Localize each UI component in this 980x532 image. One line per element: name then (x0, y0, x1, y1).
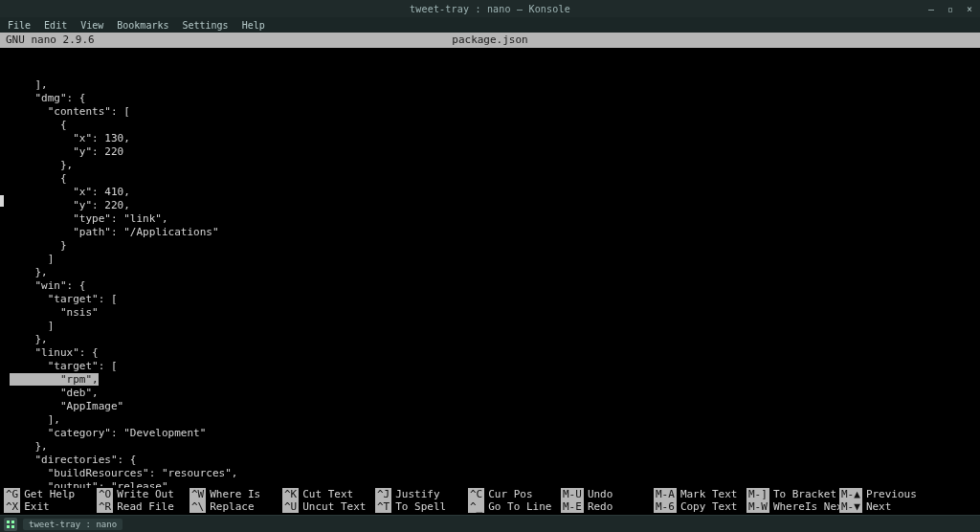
svg-rect-1 (11, 521, 14, 523)
menubar: File Edit View Bookmarks Settings Help (0, 17, 980, 33)
shortcut-label: Write Out (117, 488, 174, 500)
window-close-button[interactable]: × (965, 4, 974, 14)
editor-line: "directories": { (10, 454, 970, 467)
menu-bookmarks[interactable]: Bookmarks (115, 19, 170, 32)
editor-line: ], (10, 78, 970, 92)
editor-line: "path": "/Applications" (10, 226, 970, 239)
svg-rect-2 (7, 525, 10, 528)
editor-line: ] (10, 253, 970, 266)
editor-line: "rpm", (10, 373, 970, 387)
shortcut-label: Previous (866, 488, 917, 500)
editor-line: }, (10, 440, 970, 454)
shortcut-label: Justify (395, 488, 439, 500)
menu-settings[interactable]: Settings (180, 19, 230, 32)
shortcut-row2-item: M-WWhereIs Next (746, 500, 839, 513)
editor-line: "dmg": { (10, 92, 970, 105)
editor-line: "contents": [ (10, 105, 970, 119)
shortcut-key: M-U (561, 488, 584, 500)
shortcut-label: Where Is (210, 488, 260, 500)
shortcut-row2-item: ^XExit (4, 500, 97, 513)
taskbar-item-konsole[interactable]: tweet-tray : nano (23, 519, 122, 530)
shortcut-row1-item: ^WWhere Is (189, 488, 282, 500)
editor-line: "category": "Development" (10, 427, 970, 440)
shortcut-key: ^K (282, 488, 299, 500)
shortcut-row2-item: ^TTo Spell (375, 500, 468, 513)
shortcut-row1-item: ^GGet Help (4, 488, 97, 500)
editor-line: { (10, 119, 970, 132)
editor-selection: "rpm", (10, 373, 99, 386)
editor-line: "deb", (10, 387, 970, 400)
shortcut-key: ^J (375, 488, 391, 500)
shortcut-label: Cut Text (302, 488, 353, 500)
shortcut-label: Go To Line (488, 500, 551, 513)
shortcut-row2-item: M-ERedo (561, 500, 654, 513)
editor-line: "x": 410, (10, 186, 970, 199)
shortcut-key: ^R (97, 500, 113, 513)
shortcut-key: M-A (654, 488, 677, 500)
window-maximize-button[interactable]: ▫ (946, 4, 955, 14)
shortcut-key: ^X (4, 500, 20, 513)
shortcut-row1-item: M-]To Bracket (746, 488, 839, 500)
window-titlebar: tweet-tray : nano — Konsole – ▫ × (0, 0, 980, 17)
shortcut-row1-item: ^OWrite Out (97, 488, 189, 500)
shortcut-key: ^G (4, 488, 20, 500)
editor-line: ] (10, 320, 970, 333)
shortcut-label: Undo (588, 488, 613, 500)
shortcut-row2-item: ^_Go To Line (468, 500, 561, 513)
shortcut-row2-item: ^UUncut Text (282, 500, 375, 513)
editor-line: }, (10, 159, 970, 172)
shortcut-row2-item: ^\Replace (189, 500, 282, 513)
editor-line: "buildResources": "resources", (10, 467, 970, 480)
editor-line: }, (10, 333, 970, 346)
shortcut-label: Cur Pos (488, 488, 532, 500)
editor-line: }, (10, 266, 970, 279)
app-launcher-icon[interactable] (4, 518, 17, 531)
shortcut-label: To Bracket (773, 488, 836, 500)
shortcut-key: M-▲ (839, 488, 862, 500)
menu-file[interactable]: File (6, 19, 33, 32)
editor-line: "target": [ (10, 360, 970, 373)
editor-viewport[interactable]: ], "dmg": { "contents": [ { "x": 130, "y… (0, 48, 980, 488)
shortcut-key: ^U (282, 500, 299, 513)
shortcut-key: M-6 (654, 500, 677, 513)
shortcut-label: Next (866, 500, 892, 513)
shortcut-key: ^C (468, 488, 484, 500)
editor-line: "output": "release" (10, 480, 970, 488)
shortcut-key: ^T (375, 500, 391, 513)
shortcut-key: ^O (97, 488, 113, 500)
menu-edit[interactable]: Edit (42, 19, 69, 32)
shortcut-label: Uncut Text (302, 500, 366, 513)
shortcut-key: M-▼ (839, 500, 862, 513)
shortcut-row1-item: M-UUndo (561, 488, 654, 500)
menu-view[interactable]: View (78, 19, 105, 32)
shortcut-key: M-E (561, 500, 584, 513)
shortcut-key: ^\ (189, 500, 206, 513)
svg-rect-3 (11, 525, 14, 528)
editor-line: "x": 130, (10, 132, 970, 145)
editor-line: "linux": { (10, 346, 970, 360)
nano-version: GNU nano 2.9.6 (6, 33, 95, 48)
shortcut-label: Get Help (24, 488, 75, 500)
shortcut-label: WhereIs Next (773, 500, 849, 513)
editor-line: ], (10, 413, 970, 427)
nano-header: GNU nano 2.9.6 package.json (0, 33, 980, 48)
shortcut-label: To Spell (395, 500, 446, 513)
window-title: tweet-tray : nano — Konsole (410, 4, 570, 14)
editor-line: { (10, 172, 970, 186)
shortcut-key: ^W (189, 488, 206, 500)
taskbar-item-label: tweet-tray : nano (29, 520, 117, 529)
menu-help[interactable]: Help (240, 19, 267, 32)
shortcut-row2-item: M-6Copy Text (654, 500, 746, 513)
shortcut-label: Mark Text (680, 488, 738, 500)
nano-filename: package.json (452, 33, 527, 48)
shortcut-key: M-W (746, 500, 769, 513)
editor-line: "AppImage" (10, 400, 970, 413)
shortcut-label: Replace (210, 500, 254, 513)
editor-line: "nsis" (10, 306, 970, 320)
shortcut-key: M-] (746, 488, 769, 500)
shortcut-row1-item: ^KCut Text (282, 488, 375, 500)
window-minimize-button[interactable]: – (926, 4, 936, 14)
editor-line: "y": 220, (10, 199, 970, 212)
shortcut-row2-item: ^RRead File (97, 500, 189, 513)
taskbar[interactable]: tweet-tray : nano (0, 515, 980, 532)
